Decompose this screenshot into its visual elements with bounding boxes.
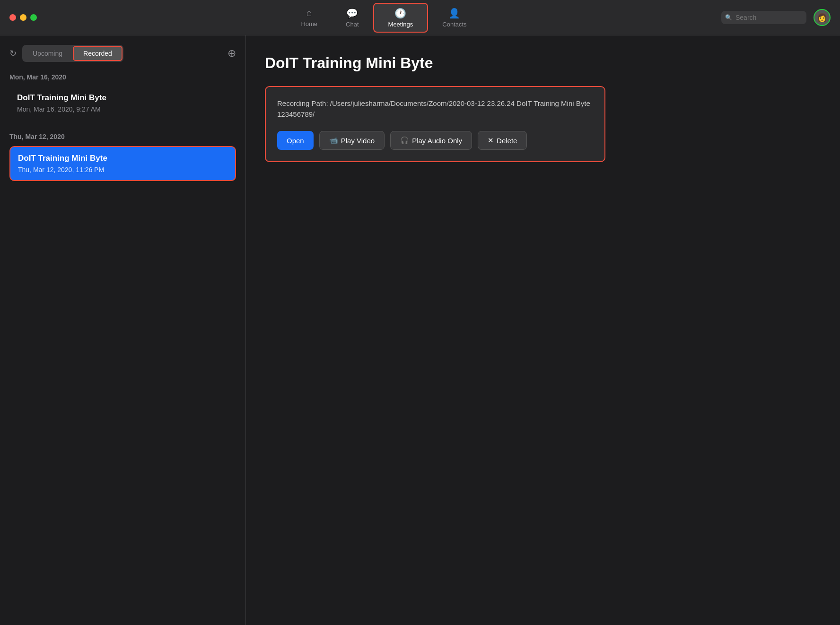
meeting-time: Mon, Mar 16, 2020, 9:27 AM (17, 105, 228, 113)
detail-panel: DoIT Training Mini Byte Recording Path: … (246, 35, 840, 625)
sidebar-header: ↻ Upcoming Recorded ⊕ (9, 45, 236, 62)
upcoming-tab[interactable]: Upcoming (23, 46, 72, 61)
list-item[interactable]: DoIT Training Mini Byte Thu, Mar 12, 202… (9, 146, 236, 181)
nav-tab-contacts-label: Contacts (442, 21, 466, 28)
nav-tab-meetings[interactable]: 🕐 Meetings (373, 3, 429, 33)
main-layout: ↻ Upcoming Recorded ⊕ Mon, Mar 16, 2020 … (0, 35, 840, 625)
nav-tab-home[interactable]: ⌂ Home (287, 4, 332, 31)
titlebar: ⌂ Home 💬 Chat 🕐 Meetings 👤 Contacts 👩 (0, 0, 840, 35)
traffic-lights (9, 14, 37, 21)
delete-icon: ✕ (488, 136, 494, 145)
nav-tab-chat-label: Chat (346, 21, 359, 28)
play-video-button[interactable]: 📹 Play Video (319, 131, 385, 150)
delete-button[interactable]: ✕ Delete (478, 131, 527, 150)
home-icon: ⌂ (306, 8, 312, 18)
nav-tab-chat[interactable]: 💬 Chat (332, 4, 373, 32)
meeting-title-selected: DoIT Training Mini Byte (18, 154, 228, 163)
tab-group: Upcoming Recorded (22, 45, 123, 62)
play-video-label: Play Video (341, 137, 375, 145)
open-button[interactable]: Open (277, 131, 314, 150)
sidebar: ↻ Upcoming Recorded ⊕ Mon, Mar 16, 2020 … (0, 35, 246, 625)
meeting-title: DoIT Training Mini Byte (17, 93, 228, 103)
play-audio-label: Play Audio Only (412, 137, 462, 145)
list-item[interactable]: DoIT Training Mini Byte Mon, Mar 16, 202… (9, 87, 236, 120)
maximize-button[interactable] (30, 14, 37, 21)
date-group-2: Thu, Mar 12, 2020 DoIT Training Mini Byt… (9, 133, 236, 185)
nav-tabs: ⌂ Home 💬 Chat 🕐 Meetings 👤 Contacts (46, 3, 721, 33)
nav-tab-contacts[interactable]: 👤 Contacts (428, 4, 481, 32)
action-buttons: Open 📹 Play Video 🎧 Play Audio Only ✕ De… (277, 131, 593, 150)
date-label-1: Mon, Mar 16, 2020 (9, 73, 236, 81)
audio-icon: 🎧 (400, 136, 409, 145)
avatar[interactable]: 👩 (814, 9, 831, 26)
date-group-1: Mon, Mar 16, 2020 DoIT Training Mini Byt… (9, 73, 236, 123)
detail-title: DoIT Training Mini Byte (265, 54, 821, 72)
add-meeting-button[interactable]: ⊕ (228, 47, 236, 60)
meeting-time-selected: Thu, Mar 12, 2020, 11:26 PM (18, 166, 228, 174)
recording-path: Recording Path: /Users/juliesharma/Docum… (277, 98, 593, 120)
play-audio-button[interactable]: 🎧 Play Audio Only (390, 131, 472, 150)
recorded-tab[interactable]: Recorded (73, 46, 122, 61)
recording-path-label: Recording Path: (277, 99, 328, 107)
meetings-icon: 🕐 (394, 8, 406, 19)
recording-info-box: Recording Path: /Users/juliesharma/Docum… (265, 86, 605, 162)
refresh-button[interactable]: ↻ (9, 48, 17, 59)
contacts-icon: 👤 (448, 8, 460, 19)
nav-tab-home-label: Home (301, 20, 317, 27)
minimize-button[interactable] (20, 14, 26, 21)
nav-tab-meetings-label: Meetings (388, 21, 413, 28)
chat-icon: 💬 (346, 8, 358, 19)
date-label-2: Thu, Mar 12, 2020 (9, 133, 236, 140)
search-wrapper (721, 11, 806, 24)
video-icon: 📹 (329, 136, 338, 145)
search-area: 👩 (721, 9, 831, 26)
close-button[interactable] (9, 14, 16, 21)
search-input[interactable] (721, 11, 806, 24)
delete-label: Delete (497, 137, 517, 145)
